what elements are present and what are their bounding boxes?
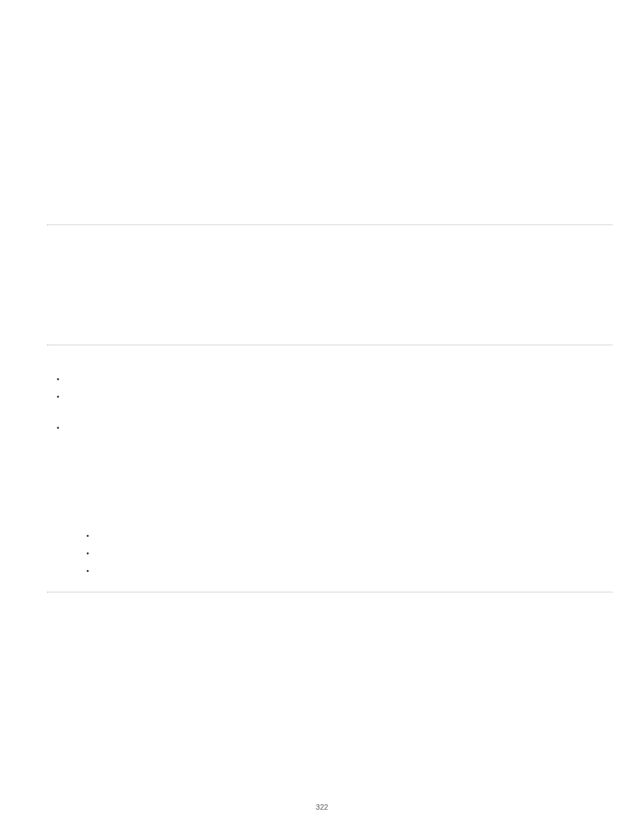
para-3: Let's do a thought experiment. Imagine w… — [47, 155, 613, 182]
bullet-2-mid: & — [279, 392, 289, 402]
bullet-2-ref: "Machines of Loving Grace" — [175, 392, 279, 402]
bullet-2-prefix: Grounding in essay themes. — [68, 392, 175, 402]
para-6-label: Edit 1: — [47, 283, 73, 292]
para-4: Instead, writing rather... Tone analysis… — [47, 188, 613, 215]
para-5: Dario's prose is quite lean. Paragraph–p… — [47, 235, 613, 276]
bullet-3-suffix: Let's try to talk about: — [68, 515, 147, 525]
page-number: 322 — [0, 803, 644, 811]
para-1: The first I/we is scientists and enginee… — [47, 50, 613, 104]
para-1-body: is scientists and engineers. If scientif… — [47, 52, 599, 102]
para-6-body: ▸ I changed the thought experiment from … — [47, 283, 611, 333]
bullet-2: Grounding in essay themes. "Machines of … — [57, 390, 613, 417]
para-2-body: It's science as a whole and the science … — [47, 111, 608, 148]
bullet-3: Probably gotta touch on safety and align… — [57, 421, 613, 578]
para-6: Edit 1: ▸ I changed the thought experime… — [47, 281, 613, 335]
para-1-prefix: The first I/we — [47, 52, 96, 61]
bullet-1: Introduce Claude, set context: both an e… — [57, 373, 613, 386]
nested-3: Claude as incremental improvements, fits… — [86, 565, 613, 578]
section-1: The first I/we is scientists and enginee… — [47, 41, 613, 224]
divider-3 — [47, 592, 613, 593]
bullet-3-prefix: Probably gotta touch on safety and align… — [68, 423, 606, 460]
heading-paragraph-3: Paragraph 3 — [47, 355, 613, 366]
para-5-prefix: Dario's prose is quite lean. — [47, 237, 155, 246]
para-2: Brainstorming: It's science as a whole a… — [47, 109, 613, 150]
nested-1: Safety / Alignment — [86, 529, 613, 543]
section-2: Dario's prose is quite lean. Paragraph–p… — [47, 226, 613, 344]
section-3: Paragraph 3 Introduce Claude, set contex… — [47, 346, 613, 592]
nested-2: Claude augmenting humans — [86, 547, 613, 561]
para-2-label: Brainstorming: — [47, 111, 108, 121]
bullet-list: Introduce Claude, set context: both an e… — [47, 373, 613, 578]
bullet-2-ref2: "compressed 21st century" — [290, 392, 390, 402]
nested-list: Safety / Alignment Claude augmenting hum… — [68, 529, 613, 578]
bullet-3-quote: "I think it could be one of the most pow… — [68, 467, 613, 508]
